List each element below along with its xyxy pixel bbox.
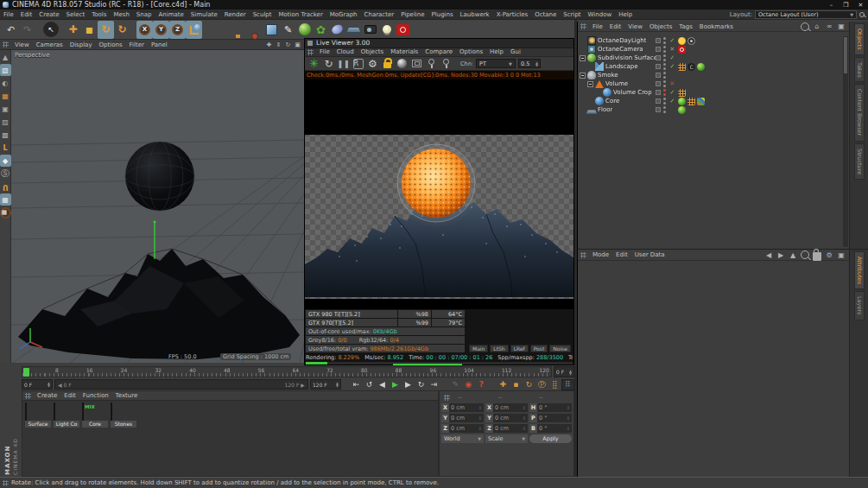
visibility-dots[interactable]: [663, 46, 666, 53]
menu-item[interactable]: Animate: [155, 11, 187, 18]
material-menu-item[interactable]: Texture: [112, 392, 142, 399]
coordinate-field[interactable]: 0 cm⇕: [449, 403, 484, 412]
menu-item[interactable]: Tools: [88, 11, 110, 18]
live-viewer-menu-item[interactable]: Help: [486, 48, 507, 55]
expander-icon[interactable]: [580, 55, 586, 61]
object-manager-menu-item[interactable]: Bookmarks: [696, 23, 737, 30]
coordinate-field[interactable]: 0 cm⇕: [493, 414, 528, 422]
search-icon[interactable]: [801, 22, 809, 31]
add-spline-pen[interactable]: ✎: [280, 21, 296, 39]
coordinate-field[interactable]: 0 cm⇕: [493, 403, 528, 412]
axis-mode[interactable]: L: [0, 142, 11, 154]
Surface[interactable]: Surface: [25, 403, 51, 428]
perspective-viewport[interactable]: [11, 50, 304, 363]
tweak-mode[interactable]: ◆: [0, 155, 11, 167]
lock-resolution-button[interactable]: [380, 57, 395, 70]
visibility-dots[interactable]: [663, 37, 666, 44]
material-thumbnail[interactable]: [25, 402, 27, 421]
stepper-icon[interactable]: ⇕: [478, 426, 482, 431]
material-thumbnail[interactable]: [54, 402, 55, 421]
scrollbar[interactable]: [843, 36, 848, 247]
visibility-dots[interactable]: [663, 89, 666, 96]
stepper-icon[interactable]: ⇕: [567, 405, 570, 410]
zoom-view-icon[interactable]: ⇕: [275, 41, 282, 48]
layer-chip[interactable]: [656, 55, 661, 60]
Stones[interactable]: Stones: [111, 403, 136, 428]
channel-select[interactable]: PT▼: [476, 59, 516, 68]
expander-icon[interactable]: [580, 73, 586, 79]
enable-state-icon[interactable]: [668, 54, 676, 61]
menu-item[interactable]: Create: [35, 11, 62, 18]
undo-tool[interactable]: ↶: [3, 21, 19, 39]
preview-range-marker[interactable]: [393, 364, 462, 365]
stepper-icon[interactable]: ▲▼: [535, 61, 538, 67]
current-frame-spinner[interactable]: 0 F▲▼: [554, 366, 574, 377]
Content Browser[interactable]: Content Browser: [854, 84, 865, 141]
loop-button[interactable]: ↻: [415, 379, 428, 390]
redo-tool[interactable]: ↷: [19, 21, 35, 39]
viewport-menu-item[interactable]: Panel: [148, 41, 171, 48]
material-menu-item[interactable]: Function: [79, 392, 112, 399]
tag-sun[interactable]: [678, 37, 686, 45]
menu-item[interactable]: Plugins: [428, 11, 457, 18]
viewport-menu-item[interactable]: Options: [96, 41, 126, 48]
menu-item[interactable]: Mesh: [110, 11, 132, 18]
tag-mat-green[interactable]: [678, 98, 686, 105]
object-manager-menu-item[interactable]: Edit: [606, 23, 625, 30]
menu-item[interactable]: Snap: [133, 11, 155, 18]
frame-slider[interactable]: ◀ 0 F120 F ▶: [54, 379, 308, 390]
range-end-spinner[interactable]: 120 F▲▼: [310, 379, 341, 390]
maximize-button[interactable]: ❐: [839, 0, 853, 10]
model-mode[interactable]: ▧: [0, 64, 11, 76]
workplane-mode[interactable]: ▦: [0, 193, 11, 206]
coordinate-footer-control[interactable]: Scale▼: [485, 434, 528, 443]
enable-state-icon[interactable]: [668, 98, 676, 105]
render-settings-button[interactable]: ⚙: [365, 57, 380, 70]
add-camera[interactable]: [362, 21, 378, 39]
live-viewer-menu-item[interactable]: Materials: [387, 48, 421, 55]
panel-grip-icon[interactable]: [580, 252, 586, 258]
OctaneDayLight[interactable]: OctaneDayLight: [580, 36, 842, 45]
attribute-menu-item[interactable]: Mode: [589, 251, 612, 258]
stepper-icon[interactable]: ⇕: [567, 426, 570, 431]
object-name[interactable]: Floor: [598, 106, 612, 113]
material-picker-button[interactable]: [395, 57, 409, 70]
stepper-icon[interactable]: ▲▼: [336, 382, 339, 387]
object-manager-menu-item[interactable]: View: [624, 23, 646, 30]
layout-select[interactable]: Octane Layout (User)▼: [755, 10, 857, 19]
attribute-menu-item[interactable]: Edit: [612, 251, 631, 258]
play-backwards-button[interactable]: ↺: [363, 379, 376, 390]
enable-state-icon[interactable]: [668, 37, 676, 44]
settings-icon[interactable]: ⚙: [825, 250, 833, 259]
Subdivision Surface[interactable]: Subdivision Surface: [580, 54, 842, 62]
tag-target[interactable]: [687, 37, 695, 45]
attribute-menu-item[interactable]: User Data: [631, 251, 668, 258]
Core[interactable]: MIX Core: [82, 403, 108, 428]
enable-state-icon[interactable]: [668, 89, 676, 96]
focus-picker-button[interactable]: [424, 57, 439, 70]
stepper-icon[interactable]: ⇕: [478, 415, 482, 421]
next-frame-button[interactable]: ▶: [402, 379, 415, 390]
menu-item[interactable]: Help: [615, 11, 636, 18]
key-pla-toggle[interactable]: ⣿: [548, 379, 561, 390]
panel-icon[interactable]: ▣: [837, 250, 846, 259]
search-icon[interactable]: [801, 250, 809, 259]
points-mode[interactable]: ▣: [0, 103, 11, 115]
rotate-view-icon[interactable]: ↻: [284, 41, 292, 48]
tag-mat-green[interactable]: [697, 63, 705, 71]
viewport-camera-label[interactable]: Perspective: [15, 52, 50, 59]
stepper-icon[interactable]: ▲▼: [569, 370, 572, 375]
scale-tool[interactable]: ▪: [81, 21, 98, 39]
pass-tab[interactable]: Main: [469, 345, 488, 352]
OctaneCamera[interactable]: OctaneCamera: [580, 45, 842, 54]
pass-tab[interactable]: Post: [530, 345, 548, 352]
edges-mode[interactable]: ▨: [0, 116, 11, 128]
goto-end-button[interactable]: ⇥: [428, 379, 440, 390]
tag-phong[interactable]: [687, 98, 695, 105]
Landscape[interactable]: Landscape: [580, 62, 842, 71]
enable-state-icon[interactable]: [668, 80, 676, 87]
range-start-spinner[interactable]: 0 F▲▼: [22, 379, 53, 390]
add-subdivision-surface[interactable]: [296, 21, 313, 39]
material-thumbnail[interactable]: MIX: [82, 402, 84, 421]
enable-state-icon[interactable]: [668, 63, 676, 70]
